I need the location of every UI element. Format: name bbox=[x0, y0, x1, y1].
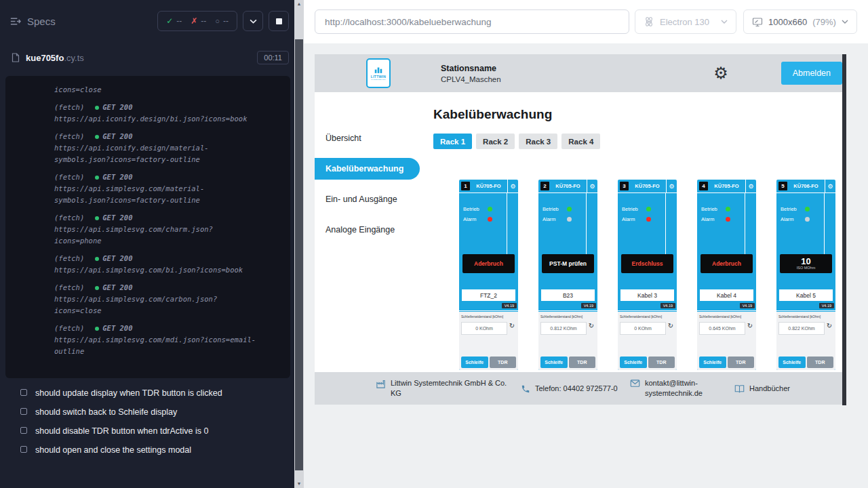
tdr-button[interactable]: TDR bbox=[648, 357, 675, 368]
log-entry[interactable]: (fetch)GET 200 https://api.simplesvg.com… bbox=[54, 212, 259, 247]
sidebar-item-analoge-eingaenge[interactable]: Analoge Eingänge bbox=[315, 219, 420, 241]
refresh-icon[interactable]: ↻ bbox=[825, 322, 833, 330]
card-divider bbox=[586, 193, 587, 254]
version-badge: V4.19 bbox=[660, 303, 675, 308]
device-card-5: 5KÜ706-FO⚙ Betrieb Alarm 10ISO MOhm V4.1… bbox=[776, 180, 835, 370]
refresh-icon[interactable]: ↻ bbox=[508, 322, 516, 330]
tdr-button[interactable]: TDR bbox=[490, 357, 517, 368]
alarm-label: Alarm bbox=[781, 216, 805, 222]
test-row[interactable]: should switch back to Schleife display bbox=[0, 403, 294, 422]
measurement-panel: Schleifenwiderstand [kOhm] 0.822 KOhm↻ S… bbox=[776, 312, 835, 370]
specs-label: Specs bbox=[27, 16, 56, 27]
specs-menu-icon[interactable] bbox=[9, 16, 21, 27]
email-icon bbox=[630, 379, 640, 388]
sidebar-item-uebersicht[interactable]: Übersicht bbox=[315, 127, 420, 149]
tdr-button[interactable]: TDR bbox=[569, 357, 596, 368]
cypress-runner-panel: Specs ✓-- ✗-- ○-- kue705fo.cy.ts 00:11 i… bbox=[0, 0, 304, 488]
rack-tabs: Rack 1 Rack 2 Rack 3 Rack 4 bbox=[433, 134, 846, 149]
version-row: V4.19 bbox=[459, 302, 518, 311]
email-address: kontakt@littwin-systemtechnik.de bbox=[645, 378, 713, 399]
spec-extension: .cy.ts bbox=[64, 53, 83, 63]
card-title: KÜ705-FO bbox=[708, 183, 745, 189]
cable-name-input[interactable] bbox=[779, 289, 833, 301]
runner-scrollbar-thumb[interactable] bbox=[295, 39, 303, 470]
cable-name-input[interactable] bbox=[462, 289, 515, 301]
refresh-icon[interactable]: ↻ bbox=[746, 322, 754, 330]
version-badge: V4.19 bbox=[740, 303, 755, 308]
scroll-up-arrow[interactable]: ▲ bbox=[294, 1, 304, 7]
log-entry[interactable]: (fetch)GET 200 https://api.simplesvg.com… bbox=[54, 282, 259, 317]
resistance-value: 0.645 KOhm bbox=[699, 322, 745, 335]
app-scrollbar-thumb[interactable] bbox=[842, 54, 846, 405]
browser-select[interactable]: Electron 130 bbox=[635, 9, 736, 34]
schleife-button[interactable]: Schleife bbox=[778, 357, 806, 368]
footer-email[interactable]: kontakt@littwin-systemtechnik.de bbox=[630, 378, 713, 399]
test-stats: ✓-- ✗-- ○-- bbox=[157, 11, 237, 31]
collapse-runner-button[interactable] bbox=[243, 11, 263, 31]
log-entry[interactable]: (fetch)GET 200 https://api.iconify.desig… bbox=[54, 102, 259, 125]
card-settings-icon[interactable]: ⚙ bbox=[507, 180, 518, 192]
settings-gear-icon[interactable]: ⚙ bbox=[713, 65, 728, 81]
viewport-zoom: (79%) bbox=[812, 17, 836, 27]
log-entry[interactable]: (fetch)GET 200 https://api.simplesvg.com… bbox=[54, 171, 259, 206]
card-number: 5 bbox=[778, 182, 787, 190]
card-settings-icon[interactable]: ⚙ bbox=[587, 180, 597, 192]
tab-rack-1[interactable]: Rack 1 bbox=[433, 134, 472, 149]
schleife-button[interactable]: Schleife bbox=[540, 357, 568, 368]
cable-name-input[interactable] bbox=[541, 289, 595, 301]
card-settings-icon[interactable]: ⚙ bbox=[666, 180, 677, 192]
test-title: should disable TDR button when tdrActive… bbox=[35, 426, 208, 436]
alarm-led bbox=[488, 217, 492, 222]
schleife-button[interactable]: Schleife bbox=[699, 357, 726, 368]
alarm-led bbox=[726, 217, 730, 222]
tdr-button[interactable]: TDR bbox=[728, 357, 755, 368]
card-settings-icon[interactable]: ⚙ bbox=[745, 180, 756, 192]
log-url: https://api.simplesvg.com/charm.json?ico… bbox=[54, 224, 259, 247]
tab-rack-3[interactable]: Rack 3 bbox=[519, 134, 557, 149]
schleife-button[interactable]: Schleife bbox=[620, 357, 647, 368]
scroll-down-arrow[interactable]: ▼ bbox=[294, 481, 304, 487]
test-row[interactable]: should update display when TDR button is… bbox=[0, 384, 294, 403]
footer-manuals[interactable]: Handbücher bbox=[734, 384, 790, 394]
tab-rack-4[interactable]: Rack 4 bbox=[561, 134, 600, 149]
tdr-button[interactable]: TDR bbox=[807, 357, 834, 368]
alarm-led bbox=[805, 217, 810, 222]
measurement-panel: Schleifenwiderstand [kOhm] 0.645 KOhm↻ S… bbox=[697, 312, 756, 370]
test-row[interactable]: should open and close the settings modal bbox=[0, 441, 294, 460]
refresh-icon[interactable]: ↻ bbox=[667, 322, 675, 330]
cable-name-input[interactable] bbox=[620, 289, 674, 301]
log-url: https://api.simplesvg.com/bi.json?icons=… bbox=[54, 264, 259, 276]
log-entry[interactable]: (fetch)GET 200 https://api.simplesvg.com… bbox=[54, 323, 259, 357]
spec-name[interactable]: kue705fo.cy.ts bbox=[26, 53, 84, 63]
main-content: Kabelüberwachung Rack 1 Rack 2 Rack 3 Ra… bbox=[420, 92, 846, 372]
log-entry[interactable]: (fetch)GET 200 https://api.iconify.desig… bbox=[54, 131, 259, 165]
card-settings-icon[interactable]: ⚙ bbox=[825, 180, 835, 192]
logout-button[interactable]: Abmelden bbox=[781, 62, 842, 85]
resistance-label: Schleifenwiderstand [kOhm] bbox=[461, 314, 516, 319]
card-title: KÜ705-FO bbox=[629, 183, 666, 189]
footer-company: Littwin Systemtechnik GmbH & Co. KG bbox=[376, 378, 513, 399]
log-entry[interactable]: (fetch)GET 200 https://api.simplesvg.com… bbox=[54, 253, 259, 276]
status-ok-dot bbox=[95, 286, 99, 290]
url-input[interactable]: http://localhost:3000/kabelueberwachung bbox=[315, 9, 629, 34]
cable-name-input[interactable] bbox=[700, 289, 753, 301]
browser-name: Electron 130 bbox=[660, 17, 709, 27]
stop-tests-button[interactable] bbox=[269, 11, 289, 31]
test-row[interactable]: should disable TDR button when tdrActive… bbox=[0, 422, 294, 441]
sidebar-item-ein-und-ausgaenge[interactable]: Ein- und Ausgänge bbox=[315, 188, 420, 210]
card-number: 1 bbox=[461, 182, 470, 190]
version-row: V4.19 bbox=[538, 302, 597, 311]
viewport-size-select[interactable]: 1000x660 (79%) bbox=[743, 9, 857, 34]
tab-rack-2[interactable]: Rack 2 bbox=[476, 134, 515, 149]
schleife-button[interactable]: Schleife bbox=[461, 357, 488, 368]
failed-count: -- bbox=[201, 16, 206, 26]
runner-scrollbar[interactable]: ▲ ▼ bbox=[294, 0, 304, 488]
resistance-value: 0 KOhm bbox=[461, 322, 507, 335]
footer-phone[interactable]: Telefon: 04402 972577-0 bbox=[521, 384, 622, 394]
app-viewport: LITTWIN SYSTEMTECHNIK Stationsname CPLV4… bbox=[304, 43, 868, 488]
refresh-icon[interactable]: ↻ bbox=[587, 322, 595, 330]
log-partial-line: icons=close bbox=[54, 84, 259, 96]
alarm-label: Alarm bbox=[622, 216, 646, 222]
sidebar-item-kabelueberwachung[interactable]: Kabelüberwachung bbox=[315, 158, 420, 180]
betrieb-led bbox=[488, 207, 492, 211]
